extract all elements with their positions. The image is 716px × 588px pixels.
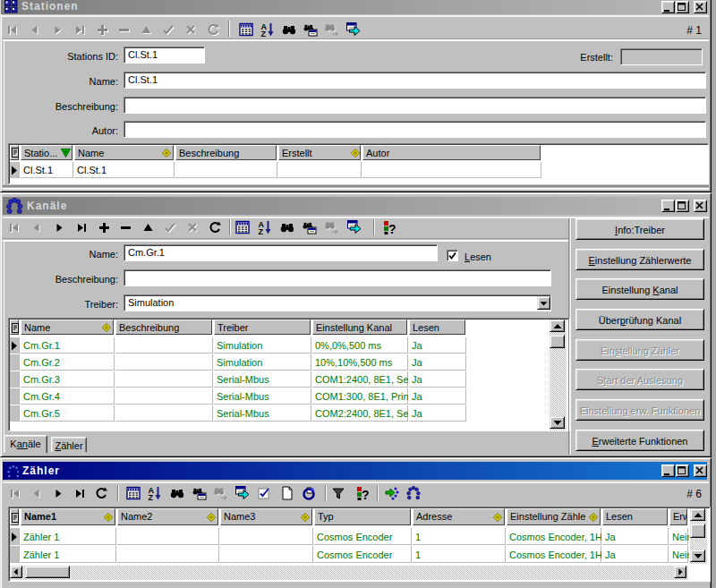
svg-text:?: ? (362, 488, 369, 500)
svg-text:Z: Z (149, 493, 154, 500)
svg-text:Z: Z (261, 30, 267, 37)
svg-text:Z: Z (259, 227, 264, 234)
svg-text:?: ? (388, 222, 396, 234)
